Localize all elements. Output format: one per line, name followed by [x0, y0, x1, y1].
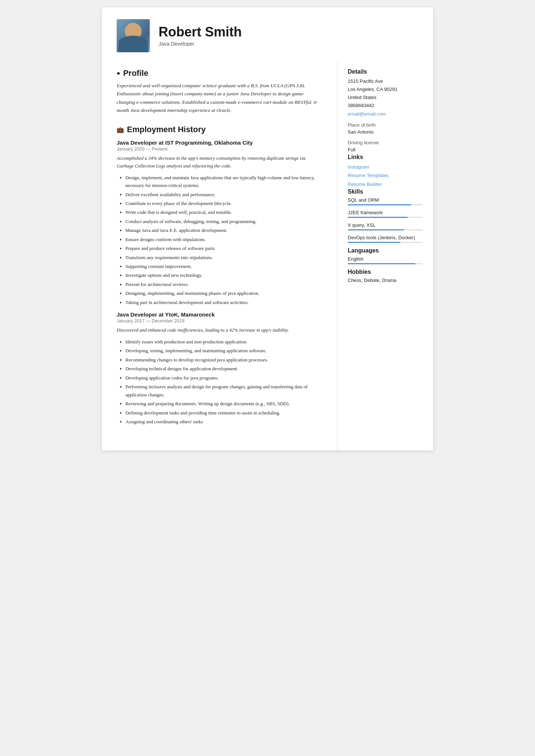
list-item: Present for architectural reviews.: [125, 280, 322, 288]
list-item: Recommending changes to develop recogniz…: [125, 356, 322, 364]
skill-item: X query, XSL: [348, 222, 423, 230]
list-item: Contribute to every phase of the develop…: [125, 199, 322, 207]
list-item: Supporting constant improvement.: [125, 262, 322, 270]
phone: 3868683442: [348, 102, 423, 110]
hobbies-section: Hobbies Chess, Debate, Drama: [348, 269, 423, 283]
list-item: Developing application codes for java pr…: [125, 374, 322, 382]
address-line3: United States: [348, 93, 423, 102]
left-column: ● Profile Experienced and well-organized…: [102, 61, 337, 451]
list-item: Designing, implementing, and maintaining…: [125, 289, 322, 297]
skill-item: SQL and ORM: [348, 197, 423, 205]
job-2-bullets: Identify issues with production and non-…: [117, 338, 322, 425]
job-1-title: Java Developer at IST Programming, Oklah…: [117, 139, 322, 146]
job-1-bullets: Design, implement, and maintain Java app…: [117, 174, 322, 307]
job-2-title: Java Developer at YtoK, Mamaroneck: [117, 311, 322, 318]
list-item: Identify issues with production and non-…: [125, 338, 322, 346]
list-item: Developing, testing, implementing, and m…: [125, 347, 322, 354]
list-item: Ensure designs conform with stipulations…: [125, 236, 322, 243]
header-title: Java Developer: [159, 41, 418, 47]
place-of-birth-label: Place of birth: [348, 122, 423, 128]
employment-title: 💼 Employment History: [117, 125, 322, 134]
skill-name: J2EE framework: [348, 210, 423, 215]
main-content: ● Profile Experienced and well-organized…: [102, 61, 433, 451]
link-instagram[interactable]: Instagram: [348, 163, 423, 171]
links-section: Links Instagram Resume Templates Resume …: [348, 154, 423, 188]
job-1: Java Developer at IST Programming, Oklah…: [117, 139, 322, 306]
avatar: [117, 19, 150, 52]
links-title: Links: [348, 154, 423, 160]
employment-icon: 💼: [117, 126, 124, 133]
details-title: Details: [348, 68, 423, 75]
right-column: Details 1515 Pacific Ave Los Angeles, CA…: [337, 61, 433, 451]
list-item: Design, implement, and maintain Java app…: [125, 174, 322, 190]
skill-bar-fill: [348, 229, 404, 230]
skill-name: X query, XSL: [348, 222, 423, 228]
skill-bar-bg: [348, 217, 423, 218]
driving-license-label: Driving license: [348, 140, 423, 145]
list-item: Transform any requirements into stipulat…: [125, 254, 322, 261]
list-item: Conduct analysis of software, debugging,…: [125, 218, 322, 225]
profile-text: Experienced and well-organized computer …: [117, 82, 322, 114]
skills-title: Skills: [348, 188, 423, 195]
job-2: Java Developer at YtoK, Mamaroneck Janua…: [117, 311, 322, 425]
list-item: Deliver excellent availability and perfo…: [125, 191, 322, 198]
skill-bar-bg: [348, 242, 423, 243]
lang-item: English: [348, 256, 423, 264]
languages-section: Languages English: [348, 247, 423, 264]
lang-bar-bg: [348, 263, 423, 264]
skill-name: SQL and ORM: [348, 197, 423, 203]
skills-section: Skills SQL and ORM J2EE framework X quer…: [348, 188, 423, 243]
list-item: Taking part in architectural development…: [125, 298, 322, 306]
list-item: Reviewing and preparing documents. Writi…: [125, 400, 322, 407]
job-2-dates: January 2017 — December 2019: [117, 318, 322, 324]
profile-icon: ●: [117, 70, 120, 77]
job-1-summary: Accomplished a 34% decrease in the app's…: [117, 155, 322, 170]
list-item: Manage Java and Java E.E. application de…: [125, 226, 322, 234]
job-2-summary: Discovered and enhanced code inefficienc…: [117, 326, 322, 334]
skill-name: DevOps tools (Jenkins, Docker): [348, 235, 423, 240]
email-link[interactable]: email@email.com: [348, 110, 423, 118]
job-1-dates: January 2020 — Present: [117, 146, 322, 152]
resume-page: Robert Smith Java Developer ● Profile Ex…: [102, 7, 433, 451]
skill-item: J2EE framework: [348, 210, 423, 218]
link-resume-builder[interactable]: Resume Builder: [348, 180, 423, 188]
skill-bar-bg: [348, 229, 423, 230]
list-item: Write code that is designed well, practi…: [125, 208, 322, 216]
hobbies-text: Chess, Debate, Drama: [348, 278, 423, 283]
header-name: Robert Smith: [159, 25, 418, 39]
list-item: Developing technical designs for applica…: [125, 365, 322, 372]
profile-section: ● Profile Experienced and well-organized…: [117, 68, 322, 114]
lang-name: English: [348, 256, 423, 262]
hobbies-title: Hobbies: [348, 269, 423, 275]
details-section: Details 1515 Pacific Ave Los Angeles, CA…: [348, 68, 423, 154]
skill-bar-fill: [348, 242, 400, 243]
skill-bar-bg: [348, 204, 423, 205]
header-section: Robert Smith Java Developer: [102, 7, 433, 61]
skill-item: DevOps tools (Jenkins, Docker): [348, 235, 423, 243]
list-item: Defining development tasks and providing…: [125, 409, 322, 417]
address-line2: Los Angeles, CA 90291: [348, 85, 423, 93]
list-item: Performing inclusive analysis and design…: [125, 383, 322, 399]
list-item: Assigning and coordinating others' tasks: [125, 418, 322, 425]
employment-section: 💼 Employment History Java Developer at I…: [117, 125, 322, 425]
list-item: Investigate options and new technology.: [125, 271, 322, 279]
lang-bar-fill: [348, 263, 415, 264]
profile-title: ● Profile: [117, 68, 322, 78]
languages-title: Languages: [348, 247, 423, 254]
address-line1: 1515 Pacific Ave: [348, 77, 423, 85]
list-item: Prepare and produce releases of software…: [125, 244, 322, 252]
skills-container: SQL and ORM J2EE framework X query, XSL …: [348, 197, 423, 243]
driving-license: Full: [348, 146, 423, 154]
languages-container: English: [348, 256, 423, 264]
place-of-birth: San Antonio: [348, 128, 423, 136]
header-text: Robert Smith Java Developer: [159, 25, 418, 47]
link-resume-templates[interactable]: Resume Templates: [348, 171, 423, 180]
skill-bar-fill: [348, 204, 411, 205]
skill-bar-fill: [348, 217, 408, 218]
